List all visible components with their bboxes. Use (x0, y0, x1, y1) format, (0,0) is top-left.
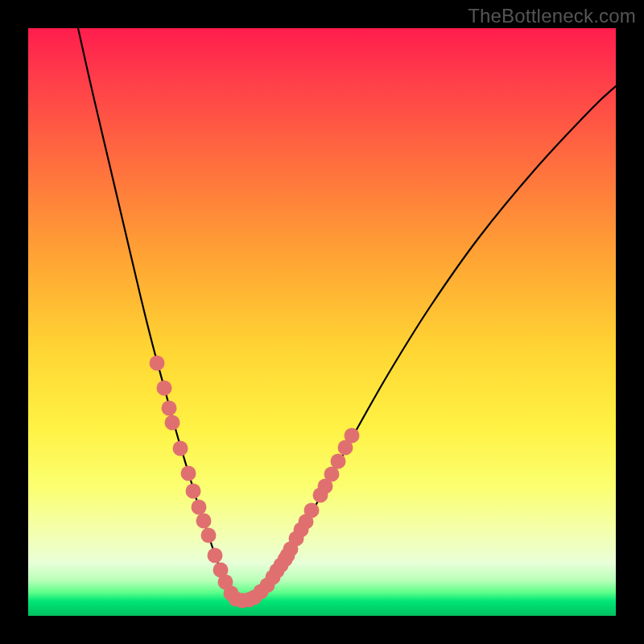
chart-svg (28, 28, 616, 616)
watermark-text: TheBottleneck.com (468, 5, 636, 27)
highlight-point (162, 401, 177, 416)
plot-area (28, 28, 616, 616)
highlight-point (181, 466, 196, 481)
highlight-point (196, 514, 212, 529)
highlight-point (304, 503, 320, 518)
highlight-point (345, 428, 360, 444)
highlight-point (173, 441, 188, 456)
highlight-point (201, 528, 217, 543)
highlight-point (157, 381, 172, 396)
highlight-point (150, 356, 165, 371)
highlight-point (186, 484, 201, 499)
highlight-point (165, 415, 180, 431)
bottleneck-curve (78, 28, 616, 600)
highlight-markers (150, 356, 360, 609)
highlight-point (208, 548, 223, 564)
chart-frame: TheBottleneck.com (0, 0, 644, 644)
highlight-point (331, 454, 346, 469)
highlight-point (192, 500, 207, 515)
